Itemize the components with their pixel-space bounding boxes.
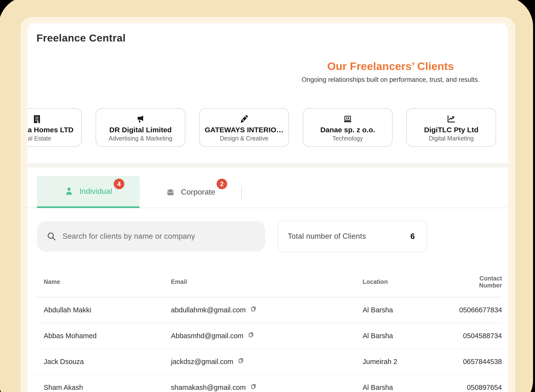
search-icon [47, 231, 56, 241]
tab-individual-label: Individual [79, 187, 112, 196]
client-contact: 0657844538 [459, 358, 502, 366]
page-title: Freelance Central [36, 32, 126, 44]
client-location: Al Barsha [363, 332, 459, 340]
search-input[interactable] [63, 221, 265, 252]
copy-icon [248, 331, 254, 338]
megaphone-icon [136, 114, 145, 124]
copy-icon [238, 357, 244, 364]
hero-heading: Our Freelancers’ Clients [276, 60, 505, 73]
column-header-location: Location [363, 278, 459, 285]
copy-email-button[interactable] [250, 382, 257, 390]
client-email: Abbasmhd@gmail.com [171, 332, 243, 340]
pen-nib-icon [239, 114, 249, 124]
table-row: Sham Akash shamakash@gmail.com Al Barsha… [36, 375, 502, 392]
tab-corporate-label: Corporate [181, 188, 215, 196]
tab-corporate-count-badge: 2 [217, 179, 227, 189]
client-company-card[interactable]: Danae sp. z o.o. Technology [303, 108, 393, 147]
total-clients-card: Total number of Clients 6 [278, 221, 427, 252]
table-row: Abbas Mohamed Abbasmhd@gmail.com Al Bars… [36, 323, 502, 349]
total-clients-value: 6 [410, 232, 415, 241]
client-company-card[interactable]: GATEWAYS INTERIO… Design & Creative [199, 108, 289, 147]
total-clients-label: Total number of Clients [288, 232, 366, 241]
client-contact: 0504588734 [459, 332, 502, 340]
client-company-card[interactable]: DR Digital Limited Advertising & Marketi… [96, 108, 185, 147]
tab-corporate[interactable]: Corporate 2 [140, 176, 241, 208]
tab-divider [241, 186, 242, 199]
client-company-name: DigiTLC Pty Ltd [424, 126, 479, 134]
laptop-code-icon [343, 114, 352, 124]
client-location: Al Barsha [363, 384, 459, 392]
client-company-category: al Estate [27, 135, 51, 142]
column-header-name: Name [36, 278, 171, 285]
client-search [37, 221, 265, 252]
building-icon [32, 114, 42, 124]
client-name: Abbas Mohamed [36, 332, 171, 340]
client-company-card[interactable]: a Homes LTD al Estate [27, 108, 82, 147]
table-header-row: Name Email Location Contact Number [36, 267, 502, 297]
client-company-card[interactable]: DigiTLC Pty Ltd Digital Marketing [406, 108, 496, 147]
tab-individual[interactable]: Individual 4 [37, 176, 140, 208]
client-type-tabs: Individual 4 Corporate 2 [27, 176, 508, 208]
copy-email-button[interactable] [248, 331, 255, 338]
client-contact: 05066677834 [459, 306, 502, 314]
client-company-name: DR Digital Limited [109, 126, 172, 134]
column-header-email: Email [171, 278, 363, 285]
client-contact: 050897654 [459, 384, 502, 392]
client-email: abdullahmk@gmail.com [171, 306, 246, 314]
copy-email-button[interactable] [238, 357, 245, 364]
client-location: Al Barsha [363, 306, 459, 314]
client-company-category: Advertising & Marketing [109, 135, 172, 142]
person-icon [64, 187, 74, 196]
client-name: Abdullah Makki [36, 306, 171, 314]
client-email: shamakash@gmail.com [171, 384, 246, 392]
column-header-contact: Contact Number [459, 275, 502, 289]
copy-icon [250, 383, 257, 390]
client-company-name: a Homes LTD [27, 126, 73, 134]
hero-subheading: Ongoing relationships built on performan… [276, 76, 505, 84]
copy-email-button[interactable] [250, 305, 257, 312]
client-company-name: GATEWAYS INTERIO… [205, 126, 284, 134]
hero-section: Our Freelancers’ Clients Ongoing relatio… [276, 60, 505, 84]
client-name: Sham Akash [36, 384, 171, 392]
app-window: Freelance Central Our Freelancers’ Clien… [27, 23, 508, 392]
clients-table: Name Email Location Contact Number Abdul… [36, 267, 502, 392]
briefcase-icon [166, 188, 175, 197]
table-row: Jack Dsouza jackdsz@gmail.com Jumeirah 2… [36, 349, 502, 375]
client-company-category: Technology [332, 135, 363, 142]
client-email: jackdsz@gmail.com [171, 358, 233, 366]
table-row: Abdullah Makki abdullahmk@gmail.com Al B… [36, 297, 502, 323]
tab-individual-count-badge: 4 [114, 179, 124, 189]
client-name: Jack Dsouza [36, 358, 171, 366]
client-company-name: Danae sp. z o.o. [320, 126, 375, 134]
client-location: Jumeirah 2 [363, 358, 459, 366]
chart-line-icon [446, 114, 456, 124]
copy-icon [250, 305, 257, 312]
section-divider-band [27, 163, 508, 168]
client-company-category: Design & Creative [220, 135, 268, 142]
client-company-category: Digital Marketing [429, 135, 474, 142]
